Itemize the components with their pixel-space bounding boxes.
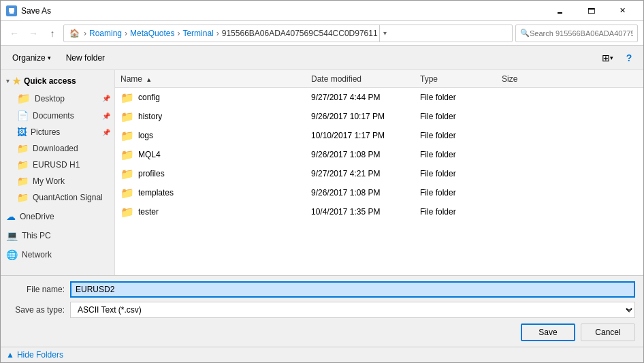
help-button[interactable]: ? [620,49,638,67]
hide-folders-label: Hide Folders [17,350,63,360]
sidebar-item-eurusd[interactable]: 📁 EURUSD H1 [1,157,114,173]
quick-access-header[interactable]: ▾ ★ Quick access [1,73,114,89]
cancel-button[interactable]: Cancel [581,323,635,341]
star-icon: ★ [12,76,21,86]
folder-icon: 📁 [120,91,134,104]
sidebar-item-label: My Work [33,176,65,186]
breadcrumb-dropdown-button[interactable]: ▾ [379,25,390,42]
this-pc-icon: 💻 [6,230,18,241]
file-type: File folder [420,169,502,178]
quantaction-folder-icon: 📁 [17,192,29,203]
view-dropdown-icon: ▾ [610,54,613,61]
savetype-label: Save as type: [9,305,70,315]
col-header-type[interactable]: Type [420,74,502,84]
table-row[interactable]: 📁profiles 9/27/2017 4:21 PM File folder [115,164,643,183]
breadcrumb-metaquotes[interactable]: MetaQuotes [130,29,174,38]
onedrive-label: OneDrive [20,212,54,221]
save-button[interactable]: Save [521,323,575,341]
bottom-area: File name: Save as type: ASCII Text (*.c… [1,275,643,347]
breadcrumb-bar: 🏠 › Roaming › MetaQuotes › Terminal › 91… [63,25,513,42]
table-row[interactable]: 📁tester 10/4/2017 1:35 PM File folder [115,202,643,221]
table-row[interactable]: 📁config 9/27/2017 4:44 PM File folder [115,88,643,107]
help-icon: ? [626,52,632,63]
collapse-arrow: ▾ [6,78,10,84]
savetype-wrapper: ASCII Text (*.csv) CSV (*.csv) Text (*.t… [70,302,635,318]
file-type: File folder [420,131,502,140]
network-section: 🌐 Network [1,247,114,263]
svg-rect-2 [10,12,14,14]
sidebar-item-network[interactable]: 🌐 Network [1,247,114,263]
folder-icon: 📁 [120,148,134,161]
onedrive-icon: ☁ [6,211,16,222]
file-list-header: Name ▲ Date modified Type Size [115,70,643,88]
breadcrumb-roaming[interactable]: Roaming [89,29,122,38]
folder-icon: 📁 [120,168,134,180]
filename-label: File name: [9,285,70,294]
table-row[interactable]: 📁templates 9/26/2017 1:08 PM File folder [115,183,643,202]
breadcrumb-home-icon: 🏠 [69,29,80,38]
col-header-size[interactable]: Size [502,74,556,84]
folder-icon: 📁 [120,206,134,219]
sidebar-item-documents[interactable]: 📄 Documents 📌 [1,108,114,124]
hide-folders-bar[interactable]: ▲ Hide Folders [1,347,643,362]
network-label: Network [22,250,52,259]
view-button[interactable]: ⊞ ▾ [597,49,617,67]
sidebar-item-downloaded[interactable]: 📁 Downloaded [1,140,114,157]
breadcrumb-terminal[interactable]: Terminal [182,29,213,38]
sidebar-item-label: Downloaded [33,144,78,153]
organize-dropdown-icon: ▾ [48,54,51,61]
file-date: 10/4/2017 1:35 PM [311,207,420,217]
folder-icon: 📁 [120,129,134,142]
file-name: tester [138,207,159,217]
search-box[interactable]: 🔍 [515,25,638,42]
file-type: File folder [420,150,502,159]
file-date: 9/26/2017 1:08 PM [311,188,420,198]
sidebar-item-my-work[interactable]: 📁 My Work [1,173,114,189]
filename-input[interactable] [70,281,635,298]
sidebar-item-label: EURUSD H1 [33,160,80,170]
file-name: MQL4 [138,150,161,159]
organize-label: Organize [12,53,46,63]
this-pc-section: 💻 This PC [1,227,114,244]
file-list: Name ▲ Date modified Type Size 📁config 9… [115,70,643,275]
app-icon [6,5,17,16]
file-type: File folder [420,93,502,102]
quick-access-section: ▾ ★ Quick access 📁 Desktop 📌 📄 Documents… [1,73,114,206]
table-row[interactable]: 📁logs 10/10/2017 1:17 PM File folder [115,126,643,145]
svg-rect-1 [9,8,14,12]
sidebar: ▾ ★ Quick access 📁 Desktop 📌 📄 Documents… [1,70,115,275]
back-button[interactable]: ← [6,25,22,42]
eurusd-folder-icon: 📁 [17,159,29,170]
search-input[interactable] [530,29,633,37]
file-name: history [138,112,162,121]
savetype-select[interactable]: ASCII Text (*.csv) CSV (*.csv) Text (*.t… [70,302,635,318]
close-button[interactable]: ✕ [607,1,638,21]
breadcrumb-folder-id: 915566BA06ADA407569C544CC0D97611 [222,29,378,38]
file-type: File folder [420,112,502,121]
folder-icon: 📁 [17,92,31,105]
table-row[interactable]: 📁MQL4 9/26/2017 1:08 PM File folder [115,145,643,164]
hide-folders-arrow: ▲ [6,350,14,360]
sidebar-item-pictures[interactable]: 🖼 Pictures 📌 [1,124,114,140]
forward-button[interactable]: → [25,25,42,42]
downloaded-folder-icon: 📁 [17,143,29,154]
breadcrumb-sep3: › [177,29,180,38]
sidebar-item-onedrive[interactable]: ☁ OneDrive [1,208,114,225]
table-row[interactable]: 📁history 9/26/2017 10:17 PM File folder [115,107,643,126]
file-name: logs [138,131,153,140]
breadcrumb-sep1: › [84,29,86,38]
address-bar: ← → ↑ 🏠 › Roaming › MetaQuotes › Termina… [1,21,643,46]
sidebar-item-this-pc[interactable]: 💻 This PC [1,227,114,244]
col-header-name[interactable]: Name ▲ [120,74,311,84]
maximize-button[interactable]: 🗖 [575,1,607,21]
organize-button[interactable]: Organize ▾ [6,49,57,67]
sidebar-item-label: Desktop [35,94,65,104]
sidebar-item-quantaction[interactable]: 📁 QuantAction Signal [1,189,114,206]
work-folder-icon: 📁 [17,176,29,187]
up-button[interactable]: ↑ [44,25,61,42]
col-header-date[interactable]: Date modified [311,74,420,84]
minimize-button[interactable]: 🗕 [544,1,575,21]
new-folder-button[interactable]: New folder [60,49,111,67]
sidebar-item-desktop[interactable]: 📁 Desktop 📌 [1,89,114,108]
sort-arrow: ▲ [146,76,152,83]
